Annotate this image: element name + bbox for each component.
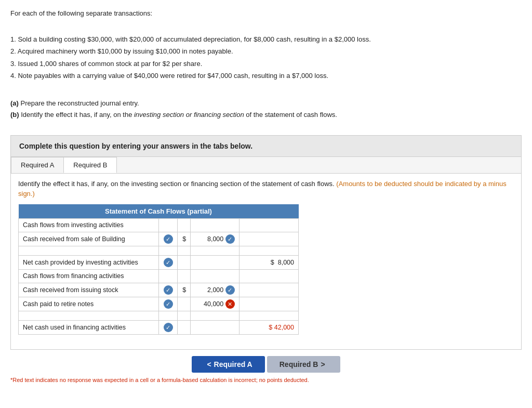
transaction-4: 4. Note payables with a carrying value o… [10,70,522,82]
row-check: ✓ [159,255,178,269]
row-label: Net cash provided by investing activitie… [19,255,159,269]
row-amount2 [239,283,298,297]
prev-button[interactable]: < Required A [192,356,264,373]
table-header: Statement of Cash Flows (partial) [19,204,299,219]
table-row: Cash flows from financing activities [19,269,299,283]
row-dollar [178,246,191,255]
part-a-text: Prepare the reconstructed journal entry. [19,99,139,107]
row-check [159,311,178,320]
complete-box: Complete this question by entering your … [10,135,522,157]
row-check: ✓ [159,297,178,311]
tabs-container: Required A Required B Identify the effec… [10,157,522,350]
table-row-empty [19,246,299,255]
check-icon: ✓ [225,234,235,244]
row-amount1 [191,320,239,334]
row-amount1: 2,000 ✓ [191,283,239,297]
complete-box-text: Complete this question by entering your … [19,142,252,150]
check-icon: ✓ [225,285,235,295]
row-amount2 [239,232,298,246]
cash-flow-table: Statement of Cash Flows (partial) Cash f… [18,204,299,335]
x-icon: ✕ [225,299,235,309]
row-check [159,269,178,283]
row-dollar [178,311,191,320]
row-check [159,246,178,255]
check-icon: ✓ [164,323,173,332]
row-label: Cash received from sale of Building [19,232,159,246]
tab-required-a[interactable]: Required A [11,157,64,173]
row-dollar: $ [178,232,191,246]
transactions-list: 1. Sold a building costing $30,000, with… [10,33,522,82]
row-check [159,218,178,232]
next-button-label: Required B [280,360,318,368]
row-amount1 [191,246,239,255]
effect-description: Identify the effect it has, if any, on t… [18,179,514,199]
next-button[interactable]: Required B > [267,356,340,373]
left-arrow-icon: < [207,360,211,368]
row-dollar [178,269,191,283]
row-check: ✓ [159,283,178,297]
nav-buttons: < Required A Required B > [10,356,522,373]
part-b-label: (b) [10,111,19,119]
row-dollar [178,297,191,311]
row-amount1: 8,000 ✓ [191,232,239,246]
row-label: Cash received from issuing stock [19,283,159,297]
row-amount2-red: $ 42,000 [239,320,298,334]
check-icon: ✓ [164,258,173,267]
footnote: *Red text indicates no response was expe… [10,377,522,383]
row-dollar: $ [178,283,191,297]
right-arrow-icon: > [321,360,325,368]
part-b-end: of the statement of cash flows. [244,111,337,119]
row-amount1 [191,218,239,232]
transaction-1: 1. Sold a building costing $30,000, with… [10,33,522,45]
row-label: Cash paid to retire notes [19,297,159,311]
row-label: Net cash used in financing activities [19,320,159,334]
table-row: Cash paid to retire notes ✓ 40,000 ✕ [19,297,299,311]
row-amount2: $ 8,000 [239,255,298,269]
row-amount1: 40,000 ✕ [191,297,239,311]
row-dollar [178,320,191,334]
part-b-text: Identify the effect it has, if any, on t… [19,111,134,119]
row-amount2 [239,311,298,320]
tabs-row: Required A Required B [11,157,521,174]
row-label [19,246,159,255]
table-row: Net cash used in financing activities ✓ … [19,320,299,334]
check-icon: ✓ [164,299,173,309]
table-row: Cash flows from investing activities [19,218,299,232]
row-amount1 [191,311,239,320]
check-icon: ✓ [164,285,173,295]
row-amount2 [239,297,298,311]
part-b-italic: investing section or financing section [134,111,244,119]
row-amount2 [239,218,298,232]
check-icon: ✓ [164,234,173,244]
prev-button-label: Required A [214,360,252,368]
tab-content: Identify the effect it has, if any, on t… [11,174,521,349]
instructions: (a) Prepare the reconstructed journal en… [10,98,522,121]
row-dollar [178,218,191,232]
row-amount2 [239,246,298,255]
row-label: Cash flows from financing activities [19,269,159,283]
row-check: ✓ [159,232,178,246]
table-row-empty [19,311,299,320]
transaction-3: 3. Issued 1,000 shares of common stock a… [10,58,522,70]
tab-required-b[interactable]: Required B [63,157,117,173]
row-label [19,311,159,320]
row-check: ✓ [159,320,178,334]
intro-text: For each of the following separate trans… [10,8,522,19]
row-dollar [178,255,191,269]
row-label: Cash flows from investing activities [19,218,159,232]
table-row: Cash received from sale of Building ✓ $ … [19,232,299,246]
part-a-label: (a) [10,99,19,107]
effect-main-text: Identify the effect it has, if any, on t… [18,180,336,188]
table-row: Net cash provided by investing activitie… [19,255,299,269]
row-amount1 [191,269,239,283]
transaction-2: 2. Acquired machinery worth $10,000 by i… [10,45,522,57]
row-amount1 [191,255,239,269]
row-amount2 [239,269,298,283]
table-row: Cash received from issuing stock ✓ $ 2,0… [19,283,299,297]
